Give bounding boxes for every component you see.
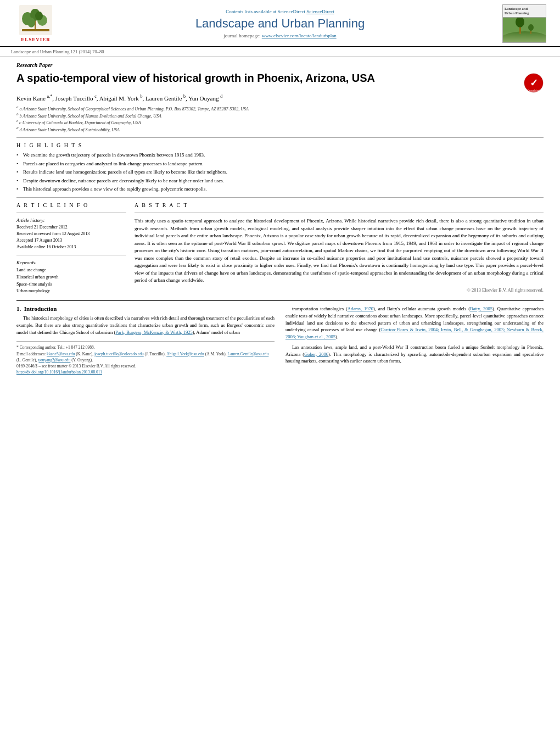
journal-header: ELSEVIER Contents lists available at Sci… <box>0 0 560 47</box>
svg-point-7 <box>35 12 43 20</box>
email-tuccillo[interactable]: joseph.tuccillo@colorado.edu <box>94 352 144 356</box>
divider-3 <box>16 213 126 213</box>
article-abstract-cols: A R T I C L E I N F O Article history: R… <box>16 202 544 295</box>
svg-rect-8 <box>22 29 49 31</box>
history-revised: Received in revised form 12 August 2013 <box>16 231 126 237</box>
affiliations: a a Arizona State University, School of … <box>16 105 544 133</box>
intro-heading: 1. Introduction <box>16 305 275 312</box>
sciencedirect-link[interactable]: ScienceDirect <box>306 9 334 14</box>
article-info-title: A R T I C L E I N F O <box>16 202 126 208</box>
highlight-item-5: This historical approach provides a new … <box>16 186 544 193</box>
highlights-section: H I G H L I G H T S We examine the growt… <box>16 142 544 193</box>
body-right-col: transportation technologies (Adams, 1970… <box>285 305 544 376</box>
abstract-text: This study uses a spatio-temporal approa… <box>135 217 544 284</box>
cover-image-area <box>503 18 546 42</box>
history-online: Available online 16 October 2013 <box>16 244 126 250</box>
keywords-section: Keywords: Land use change Historical urb… <box>16 260 126 295</box>
ref-gober-2006[interactable]: Gober, 2006 <box>304 352 328 357</box>
divider-4 <box>16 255 126 255</box>
cover-title: Landscape andUrban Planning <box>503 5 546 18</box>
divider-5 <box>135 213 544 213</box>
crossmark-icon: ✓ CrossMark <box>524 73 544 93</box>
history-received: Received 21 December 2012 <box>16 224 126 231</box>
affiliation-a: a a Arizona State University, School of … <box>16 105 544 112</box>
footnote-doi: http://dx.doi.org/10.1016/j.landurbplan.… <box>16 369 275 375</box>
svg-text:CrossMark: CrossMark <box>527 89 541 92</box>
intro-para-2: transportation technologies (Adams, 1970… <box>285 305 544 341</box>
svg-point-14 <box>528 24 534 31</box>
body-divider <box>16 300 544 301</box>
footnote-issn: 0169-2046/$ – see front matter © 2013 El… <box>16 363 275 369</box>
footnote-emails: E-mail addresses: kkane5@asu.edu (K. Kan… <box>16 351 275 364</box>
abstract-col: A B S T R A C T This study uses a spatio… <box>135 202 544 295</box>
divider-1 <box>16 137 544 138</box>
highlight-item-2: Parcels are placed in categories and ana… <box>16 160 544 168</box>
highlight-item-3: Results indicate land use homogenization… <box>16 169 544 176</box>
ref-carrion-2004[interactable]: Carrion-Flores & Irwin, 2004; Irwin, Bel… <box>285 327 544 339</box>
footnote-corresponding: * Corresponding author. Tel.: +1 847 212… <box>16 344 275 350</box>
ref-adams-1970[interactable]: Adams, 1970 <box>348 306 373 311</box>
abstract-title: A B S T R A C T <box>135 202 544 208</box>
page: ELSEVIER Contents lists available at Sci… <box>0 0 560 742</box>
highlight-item-4: Despite downtown decline, nuisance parce… <box>16 177 544 185</box>
intro-para-3: Lax annexation laws, ample land, and a p… <box>285 344 544 365</box>
svg-point-6 <box>27 18 35 27</box>
copyright-text: © 2013 Elsevier B.V. All rights reserved… <box>135 287 544 293</box>
journal-cover-image: Landscape andUrban Planning <box>502 4 546 43</box>
elsevier-label: ELSEVIER <box>21 37 51 42</box>
svg-point-10 <box>503 31 546 42</box>
affiliation-c: c c University of Colorado at Boulder, D… <box>16 119 544 126</box>
intro-text-right: transportation technologies (Adams, 1970… <box>285 305 544 365</box>
email-kane[interactable]: kkane5@asu.edu <box>47 352 75 356</box>
body-columns: 1. Introduction The historical morpholog… <box>16 305 544 376</box>
ref-park-1925[interactable]: Park, Burgess, McKenzie, & Wirth, 1925 <box>115 330 192 335</box>
email-ouyang[interactable]: youyang2@asu.edu <box>38 358 70 362</box>
intro-para-1: The historical morphology of cities is o… <box>16 315 275 336</box>
main-content: Research Paper A spatio-temporal view of… <box>0 57 560 381</box>
keyword-2: Historical urban growth <box>16 274 126 281</box>
highlight-item-1: We examine the growth trajectory of parc… <box>16 152 544 159</box>
footnote-section: * Corresponding author. Tel.: +1 847 212… <box>16 341 275 375</box>
journal-title-block: Contents lists available at ScienceDirec… <box>60 9 500 38</box>
cover-landscape-icon <box>503 18 546 42</box>
body-left-col: 1. Introduction The historical morpholog… <box>16 305 275 376</box>
doi-link[interactable]: http://dx.doi.org/10.1016/j.landurbplan.… <box>16 370 102 375</box>
keyword-1: Land use change <box>16 267 126 274</box>
svg-text:✓: ✓ <box>530 77 538 88</box>
intro-text-left: The historical morphology of cities is o… <box>16 315 275 336</box>
keyword-3: Space–time analysis <box>16 281 126 288</box>
history-label: Article history: <box>16 217 126 223</box>
journal-homepage: journal homepage: www.elsevier.com/locat… <box>66 33 494 38</box>
keyword-4: Urban morphology <box>16 288 126 295</box>
paper-title: A spatio-temporal view of historical gro… <box>16 71 518 85</box>
paper-citation-info: Landscape and Urban Planning 121 (2014) … <box>11 49 104 54</box>
article-info-col: A R T I C L E I N F O Article history: R… <box>16 202 126 295</box>
email-york[interactable]: Abigail.York@asu.edu <box>166 352 204 356</box>
elsevier-logo: ELSEVIER <box>11 5 60 42</box>
email-gentile[interactable]: Lauren.Gentile@asu.edu <box>228 352 269 356</box>
homepage-link[interactable]: www.elsevier.com/locate/landurbplan <box>262 33 337 38</box>
svg-rect-9 <box>503 18 546 42</box>
crossmark-badge: ✓ CrossMark <box>524 73 544 94</box>
paper-info-bar: Landscape and Urban Planning 121 (2014) … <box>0 47 560 57</box>
article-history: Article history: Received 21 December 20… <box>16 217 126 250</box>
highlights-title: H I G H L I G H T S <box>16 142 544 148</box>
journal-main-title: Landscape and Urban Planning <box>66 16 494 31</box>
history-accepted: Accepted 17 August 2013 <box>16 237 126 244</box>
affiliation-b: b b Arizona State University, School of … <box>16 112 544 119</box>
affiliation-d: d d Arizona State University, School of … <box>16 126 544 133</box>
journal-cover: Landscape andUrban Planning <box>500 4 549 43</box>
highlights-list: We examine the growth trajectory of parc… <box>16 152 544 193</box>
elsevier-tree-icon <box>19 5 52 35</box>
sciencedirect-text: Contents lists available at ScienceDirec… <box>66 9 494 14</box>
paper-type: Research Paper <box>16 62 544 68</box>
authors-line: Kevin Kane a,*, Joseph Tuccillo c, Abiga… <box>16 94 544 102</box>
keywords-label: Keywords: <box>16 260 126 265</box>
ref-batty-2005[interactable]: Batty, 2005 <box>470 306 492 311</box>
divider-2 <box>16 197 544 198</box>
title-row: A spatio-temporal view of historical gro… <box>16 71 544 94</box>
